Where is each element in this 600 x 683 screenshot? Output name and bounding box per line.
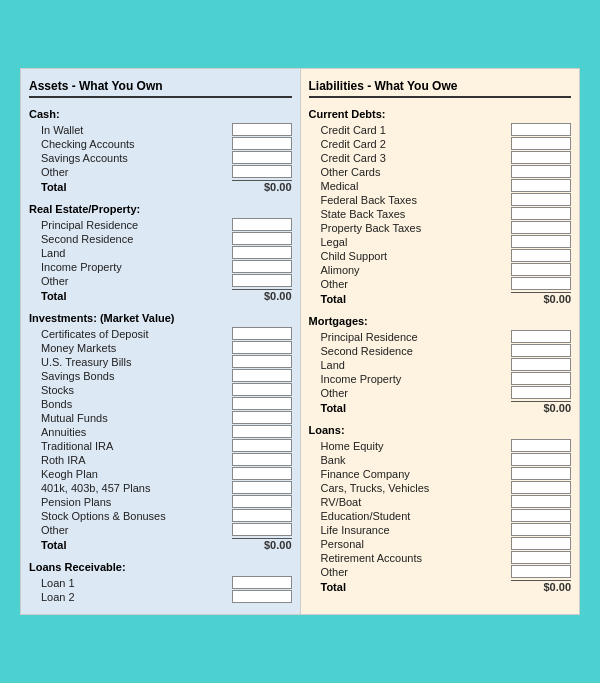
item-value-input[interactable] [232, 590, 292, 603]
list-item: Home Equity [309, 439, 572, 452]
list-item: Certificates of Deposit [29, 327, 292, 340]
item-value-input[interactable] [511, 509, 571, 522]
list-item: Second Residence [309, 344, 572, 357]
total-label: Total [321, 402, 512, 414]
item-label: Personal [321, 538, 512, 550]
item-value-input[interactable] [511, 537, 571, 550]
list-item: Keogh Plan [29, 467, 292, 480]
item-value-input[interactable] [232, 467, 292, 480]
item-value-input[interactable] [511, 263, 571, 276]
list-item: Child Support [309, 249, 572, 262]
item-value-input[interactable] [511, 565, 571, 578]
item-value-input[interactable] [511, 277, 571, 290]
item-value-input[interactable] [511, 344, 571, 357]
item-value-input[interactable] [232, 523, 292, 536]
list-item: RV/Boat [309, 495, 572, 508]
total-row: Total$0.00 [309, 401, 572, 414]
list-item: Education/Student [309, 509, 572, 522]
item-value-input[interactable] [511, 481, 571, 494]
item-label: Principal Residence [41, 219, 232, 231]
item-value-input[interactable] [511, 137, 571, 150]
item-label: Income Property [321, 373, 512, 385]
item-value-input[interactable] [232, 495, 292, 508]
item-label: Income Property [41, 261, 232, 273]
item-label: Property Back Taxes [321, 222, 512, 234]
total-value: $0.00 [511, 292, 571, 305]
item-value-input[interactable] [232, 369, 292, 382]
item-value-input[interactable] [511, 179, 571, 192]
item-label: Other [41, 166, 232, 178]
item-value-input[interactable] [232, 383, 292, 396]
total-row: Total$0.00 [309, 292, 572, 305]
list-item: Other [29, 523, 292, 536]
item-label: Land [41, 247, 232, 259]
item-value-input[interactable] [232, 509, 292, 522]
item-label: RV/Boat [321, 496, 512, 508]
item-label: State Back Taxes [321, 208, 512, 220]
item-value-input[interactable] [232, 425, 292, 438]
item-value-input[interactable] [232, 232, 292, 245]
item-value-input[interactable] [511, 551, 571, 564]
item-value-input[interactable] [511, 123, 571, 136]
list-item: Land [309, 358, 572, 371]
item-label: Child Support [321, 250, 512, 262]
total-value: $0.00 [232, 289, 292, 302]
list-item: Annuities [29, 425, 292, 438]
item-label: U.S. Treasury Bills [41, 356, 232, 368]
total-value: $0.00 [232, 180, 292, 193]
item-label: 401k, 403b, 457 Plans [41, 482, 232, 494]
item-value-input[interactable] [511, 358, 571, 371]
item-value-input[interactable] [511, 235, 571, 248]
list-item: Other Cards [309, 165, 572, 178]
item-value-input[interactable] [232, 576, 292, 589]
item-label: Loan 1 [41, 577, 232, 589]
list-item: Other [309, 386, 572, 399]
item-value-input[interactable] [232, 218, 292, 231]
item-label: Home Equity [321, 440, 512, 452]
item-value-input[interactable] [511, 467, 571, 480]
item-value-input[interactable] [511, 386, 571, 399]
list-item: Credit Card 3 [309, 151, 572, 164]
section-title-investments: Investments: (Market Value) [29, 312, 292, 324]
item-value-input[interactable] [511, 372, 571, 385]
list-item: Property Back Taxes [309, 221, 572, 234]
item-value-input[interactable] [232, 246, 292, 259]
list-item: Income Property [309, 372, 572, 385]
item-value-input[interactable] [511, 207, 571, 220]
list-item: Savings Bonds [29, 369, 292, 382]
item-label: Retirement Accounts [321, 552, 512, 564]
item-value-input[interactable] [232, 439, 292, 452]
item-value-input[interactable] [232, 274, 292, 287]
item-value-input[interactable] [511, 221, 571, 234]
item-value-input[interactable] [232, 355, 292, 368]
item-value-input[interactable] [511, 495, 571, 508]
list-item: Land [29, 246, 292, 259]
item-value-input[interactable] [232, 151, 292, 164]
item-value-input[interactable] [232, 327, 292, 340]
item-value-input[interactable] [511, 249, 571, 262]
item-value-input[interactable] [511, 523, 571, 536]
item-value-input[interactable] [511, 165, 571, 178]
item-value-input[interactable] [232, 260, 292, 273]
item-value-input[interactable] [232, 397, 292, 410]
list-item: Traditional IRA [29, 439, 292, 452]
item-value-input[interactable] [232, 341, 292, 354]
item-value-input[interactable] [232, 481, 292, 494]
list-item: Other [29, 165, 292, 178]
item-value-input[interactable] [511, 439, 571, 452]
list-item: U.S. Treasury Bills [29, 355, 292, 368]
item-value-input[interactable] [511, 453, 571, 466]
item-value-input[interactable] [232, 165, 292, 178]
item-value-input[interactable] [511, 151, 571, 164]
item-value-input[interactable] [232, 453, 292, 466]
item-value-input[interactable] [232, 137, 292, 150]
item-label: Cars, Trucks, Vehicles [321, 482, 512, 494]
item-value-input[interactable] [232, 123, 292, 136]
item-value-input[interactable] [511, 330, 571, 343]
list-item: Bank [309, 453, 572, 466]
total-label: Total [321, 581, 512, 593]
item-value-input[interactable] [511, 193, 571, 206]
item-label: Bonds [41, 398, 232, 410]
item-value-input[interactable] [232, 411, 292, 424]
list-item: Pension Plans [29, 495, 292, 508]
